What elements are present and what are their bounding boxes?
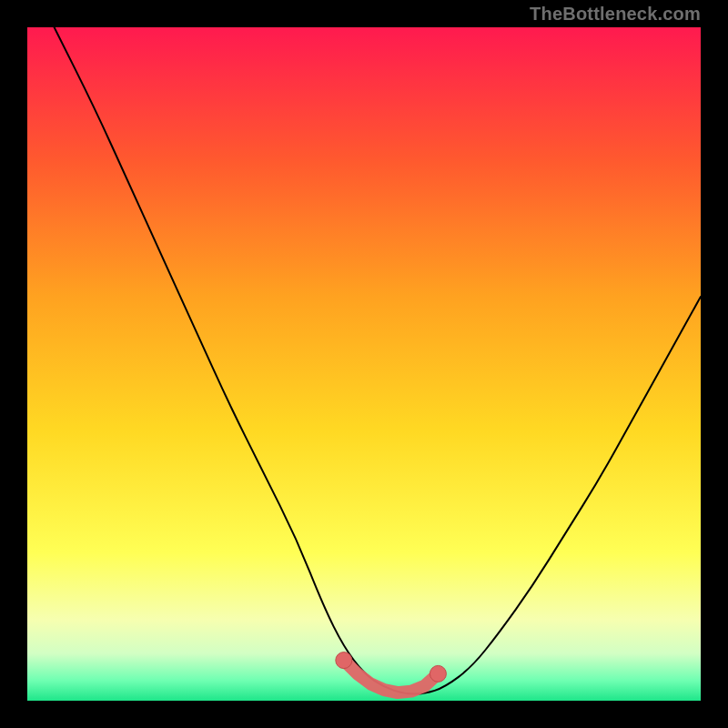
- svg-point-1: [336, 652, 352, 669]
- chart-svg: [27, 27, 701, 701]
- chart-stage: TheBottleneck.com: [0, 0, 728, 728]
- svg-point-2: [430, 665, 446, 682]
- watermark-text: TheBottleneck.com: [530, 4, 701, 25]
- plot-area: [27, 27, 701, 701]
- bottleneck-curve: [55, 27, 701, 694]
